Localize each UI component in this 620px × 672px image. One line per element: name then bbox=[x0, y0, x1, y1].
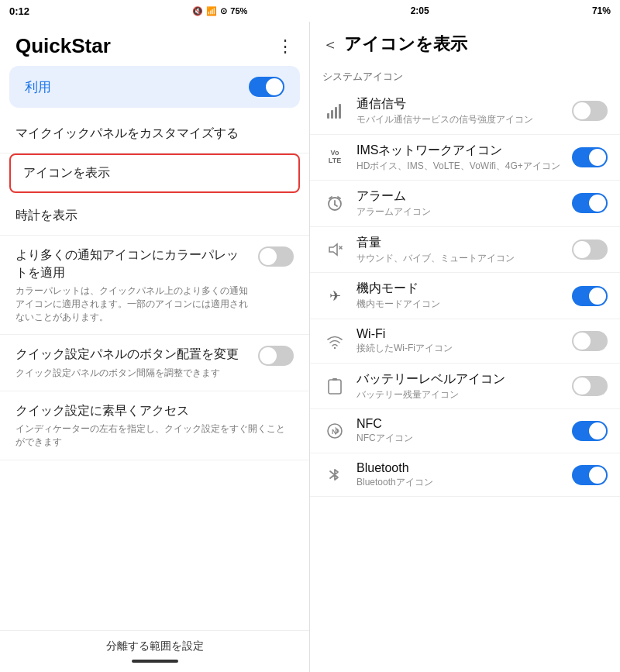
quick-access-sub: インディケーターの左右を指定し、クイック設定をすぐ開くことができます bbox=[16, 422, 294, 449]
riyou-label: 利用 bbox=[25, 78, 51, 96]
menu-item-show-clock[interactable]: 時計を表示 bbox=[0, 196, 309, 236]
signal-toggle[interactable] bbox=[572, 101, 608, 121]
signal-setting-icon bbox=[322, 98, 347, 123]
signal-text: 通信信号 モバイル通信サービスの信号強度アイコン bbox=[356, 96, 563, 126]
alarm-text: アラーム アラームアイコン bbox=[356, 188, 563, 219]
status-icons-center: 🔇 📶 ⊙ 75% bbox=[192, 6, 247, 16]
right-panel-title: アイコンを表示 bbox=[344, 33, 467, 56]
bottom-indicator bbox=[132, 660, 178, 663]
svg-line-6 bbox=[335, 205, 337, 206]
wifi-status-icon: ⊙ bbox=[220, 6, 227, 16]
status-bar: 0:12 🔇 📶 ⊙ 75% 2:05 71% bbox=[0, 0, 620, 22]
svg-rect-0 bbox=[327, 113, 329, 119]
menu-item-color-palette: より多くの通知アイコンにカラーパレットを適用 カラーパレットは、クイックパネル上… bbox=[0, 236, 309, 335]
back-button[interactable]: ＜ bbox=[322, 34, 338, 55]
battery-toggle[interactable] bbox=[572, 376, 608, 396]
right-content: システムアイコン 通信信号 モバイル通信サービスの信号強度アイコン bbox=[310, 64, 620, 672]
more-options-button[interactable]: ⋮ bbox=[277, 36, 294, 57]
ims-toggle[interactable] bbox=[572, 147, 608, 167]
signal-desc: モバイル通信サービスの信号強度アイコン bbox=[356, 114, 563, 126]
menu-item-show-icons[interactable]: アイコンを表示 bbox=[9, 153, 300, 192]
setting-row-signal: 通信信号 モバイル通信サービスの信号強度アイコン bbox=[310, 88, 620, 135]
svg-rect-1 bbox=[331, 110, 333, 119]
menu-item-rearrange: クイック設定パネルのボタン配置を変更 クイック設定パネルのボタン間隔を調整できま… bbox=[0, 335, 309, 391]
right-header: ＜ アイコンを表示 bbox=[310, 22, 620, 64]
riyou-toggle-row: 利用 bbox=[9, 66, 300, 108]
svg-rect-2 bbox=[335, 107, 337, 119]
battery-left: 75% bbox=[230, 6, 247, 16]
svg-marker-9 bbox=[329, 244, 337, 255]
ims-setting-icon: VoLTE bbox=[322, 145, 347, 170]
nfc-setting-icon: N bbox=[322, 419, 347, 443]
rearrange-toggle[interactable] bbox=[258, 346, 294, 366]
rearrange-sub: クイック設定パネルのボタン間隔を調整できます bbox=[16, 367, 249, 380]
color-palette-text: より多くの通知アイコンにカラーパレットを適用 カラーパレットは、クイックパネル上… bbox=[16, 246, 249, 323]
airplane-toggle[interactable] bbox=[572, 286, 608, 306]
setting-row-bluetooth: Bluetooth Bluetoothアイコン bbox=[310, 453, 620, 498]
setting-row-battery: バッテリーレベルアイコン バッテリー残量アイコン bbox=[310, 364, 620, 410]
signal-name: 通信信号 bbox=[356, 96, 563, 112]
svg-rect-3 bbox=[339, 104, 341, 119]
battery-text: バッテリーレベルアイコン バッテリー残量アイコン bbox=[356, 371, 563, 401]
app-title: QuickStar bbox=[16, 34, 111, 58]
time-center: 2:05 bbox=[411, 5, 429, 16]
bluetooth-name: Bluetooth bbox=[356, 461, 563, 475]
battery-setting-icon bbox=[322, 374, 347, 398]
menu-item-customize[interactable]: マイクイックパネルをカスタマイズする bbox=[0, 114, 309, 153]
nfc-toggle[interactable] bbox=[572, 421, 608, 441]
alarm-desc: アラームアイコン bbox=[356, 206, 563, 219]
color-palette-sub: カラーパレットは、クイックパネル上のより多くの通知アイコンに適用されます。一部の… bbox=[16, 284, 249, 323]
riyou-toggle[interactable] bbox=[249, 77, 284, 97]
alarm-setting-icon bbox=[322, 191, 347, 215]
left-content: 利用 マイクイックパネルをカスタマイズする アイコンを表示 時計を表示 より多く… bbox=[0, 66, 309, 630]
wifi-setting-icon bbox=[322, 329, 347, 353]
setting-row-alarm: アラーム アラームアイコン bbox=[310, 181, 620, 227]
setting-row-wifi: Wi-Fi 接続したWi-Fiアイコン bbox=[310, 319, 620, 364]
wifi-toggle[interactable] bbox=[572, 331, 608, 351]
setting-row-ims: VoLTE IMSネットワークアイコン HDボイス、IMS、VoLTE、VoWi… bbox=[310, 135, 620, 181]
airplane-text: 機内モード 機内モードアイコン bbox=[356, 281, 563, 311]
signal-icon: 📶 bbox=[206, 6, 217, 16]
volume-text: 音量 サウンド、バイブ、ミュートアイコン bbox=[356, 235, 563, 265]
quick-access-title: クイック設定に素早くアクセス bbox=[16, 402, 294, 419]
left-panel: QuickStar ⋮ 利用 マイクイックパネルをカスタマイズする アイコンを表… bbox=[0, 22, 310, 672]
wifi-desc: 接続したWi-Fiアイコン bbox=[356, 343, 563, 355]
menu-item-show-icons-title: アイコンを表示 bbox=[23, 164, 286, 181]
setting-row-airplane: ✈ 機内モード 機内モードアイコン bbox=[310, 273, 620, 319]
color-palette-toggle[interactable] bbox=[258, 246, 294, 267]
color-palette-title: より多くの通知アイコンにカラーパレットを適用 bbox=[16, 246, 249, 281]
mute-icon: 🔇 bbox=[192, 6, 203, 16]
airplane-setting-icon: ✈ bbox=[322, 284, 347, 308]
nfc-desc: NFCアイコン bbox=[356, 432, 563, 445]
bluetooth-text: Bluetooth Bluetoothアイコン bbox=[356, 461, 563, 489]
bluetooth-desc: Bluetoothアイコン bbox=[356, 477, 563, 489]
alarm-name: アラーム bbox=[356, 188, 563, 205]
main-panels: QuickStar ⋮ 利用 マイクイックパネルをカスタマイズする アイコンを表… bbox=[0, 22, 620, 672]
right-panel: ＜ アイコンを表示 システムアイコン 通信信号 モバイル通信サービスの信号強度ア… bbox=[310, 22, 620, 672]
ims-desc: HDボイス、IMS、VoLTE、VoWifi、4G+アイコン bbox=[356, 160, 563, 173]
left-bottom: 分離する範囲を設定 bbox=[0, 630, 309, 672]
ims-text: IMSネットワークアイコン HDボイス、IMS、VoLTE、VoWifi、4G+… bbox=[356, 143, 563, 173]
battery-name: バッテリーレベルアイコン bbox=[356, 371, 563, 388]
time-left: 0:12 bbox=[9, 5, 29, 17]
volume-name: 音量 bbox=[356, 235, 563, 251]
svg-point-12 bbox=[334, 347, 336, 349]
menu-item-quick-access[interactable]: クイック設定に素早くアクセス インディケーターの左右を指定し、クイック設定をすぐ… bbox=[0, 391, 309, 460]
bluetooth-toggle[interactable] bbox=[572, 465, 608, 485]
bottom-link[interactable]: 分離する範囲を設定 bbox=[106, 639, 204, 652]
setting-row-nfc: N NFC NFCアイコン bbox=[310, 409, 620, 453]
airplane-name: 機内モード bbox=[356, 281, 563, 297]
nfc-text: NFC NFCアイコン bbox=[356, 417, 563, 445]
rearrange-text: クイック設定パネルのボタン配置を変更 クイック設定パネルのボタン間隔を調整できま… bbox=[16, 346, 249, 379]
nfc-name: NFC bbox=[356, 417, 563, 431]
battery-right: 71% bbox=[592, 5, 611, 16]
section-label: システムアイコン bbox=[310, 64, 620, 88]
battery-desc: バッテリー残量アイコン bbox=[356, 389, 563, 401]
alarm-toggle[interactable] bbox=[572, 193, 608, 213]
volume-toggle[interactable] bbox=[572, 240, 608, 260]
svg-rect-13 bbox=[329, 380, 341, 394]
left-header: QuickStar ⋮ bbox=[0, 22, 309, 66]
wifi-name: Wi-Fi bbox=[356, 327, 563, 341]
setting-row-volume: 音量 サウンド、バイブ、ミュートアイコン bbox=[310, 227, 620, 274]
menu-item-show-clock-title: 時計を表示 bbox=[16, 207, 294, 224]
